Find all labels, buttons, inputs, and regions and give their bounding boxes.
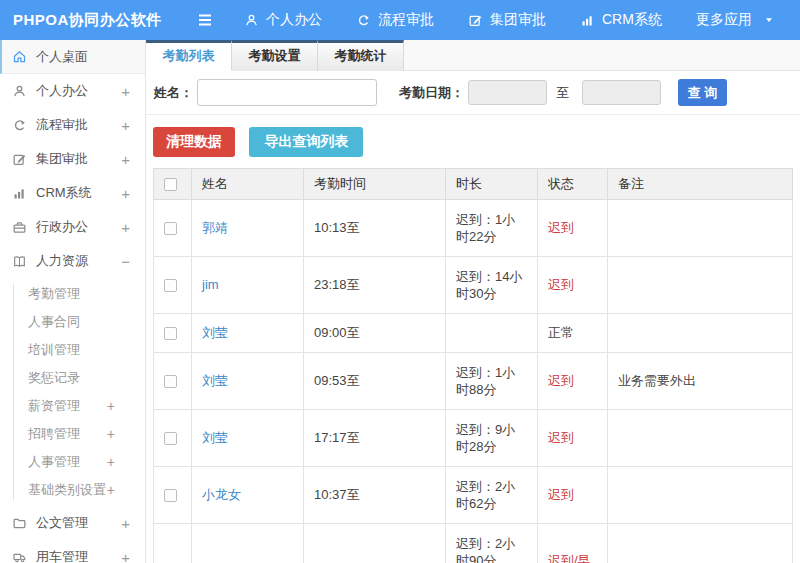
row-checkbox[interactable] bbox=[164, 489, 177, 502]
sidebar-item-group-approval[interactable]: 集团审批+ bbox=[0, 142, 145, 176]
nav-item-workflow-approval[interactable]: 流程审批 bbox=[356, 11, 434, 29]
sidebar-item-document-mgmt[interactable]: 公文管理+ bbox=[0, 506, 145, 540]
sidebar-subitem-label: 人事管理 bbox=[28, 453, 80, 471]
flow-icon bbox=[12, 118, 27, 133]
time-cell: 10:54至10:54 bbox=[304, 524, 446, 563]
panel-body: 清理数据 导出查询列表 姓名考勤时间时长状态备注 郭靖10:13至迟到：1小时2… bbox=[146, 115, 800, 563]
expand-toggle-icon[interactable]: + bbox=[107, 454, 115, 470]
column-header: 时长 bbox=[446, 169, 538, 200]
select-all-checkbox[interactable] bbox=[164, 178, 177, 191]
table-row: 小龙女10:37至迟到：2小时62分迟到 bbox=[154, 467, 793, 524]
sidebar-item-label: 流程审批 bbox=[36, 116, 88, 134]
clean-data-button[interactable]: 清理数据 bbox=[153, 127, 235, 157]
bar-chart-icon bbox=[12, 186, 27, 201]
date-to-input[interactable] bbox=[582, 80, 661, 105]
sidebar-subitem-hr-contract[interactable]: 人事合同 bbox=[0, 308, 145, 336]
query-button[interactable]: 查 询 bbox=[678, 79, 727, 106]
duration-cell: 迟到：9小时28分 bbox=[446, 410, 538, 467]
duration-cell: 迟到：2小时90分早退：7小时10分 bbox=[446, 524, 538, 563]
table-row: 刘莹17:17至迟到：9小时28分迟到 bbox=[154, 410, 793, 467]
nav-item-label: 更多应用 bbox=[696, 11, 752, 29]
sidebar-subitem-label: 基础类别设置 bbox=[28, 481, 106, 499]
time-cell: 17:17至 bbox=[304, 410, 446, 467]
sidebar-submenu-human-resources: 考勤管理人事合同培训管理奖惩记录薪资管理+招聘管理+人事管理+基础类别设置+ bbox=[0, 278, 145, 506]
name-cell: 郭靖 bbox=[192, 200, 304, 257]
row-checkbox[interactable] bbox=[164, 375, 177, 388]
checkbox-cell bbox=[154, 524, 192, 563]
tab-attendance-stats[interactable]: 考勤统计 bbox=[318, 40, 404, 71]
nav-item-group-approval[interactable]: 集团审批 bbox=[468, 11, 546, 29]
checkbox-cell bbox=[154, 257, 192, 314]
sidebar-subitem-label: 奖惩记录 bbox=[28, 369, 80, 387]
nav-item-personal-office[interactable]: 个人办公 bbox=[244, 11, 322, 29]
nav-item-crm-system[interactable]: CRM系统 bbox=[580, 11, 662, 29]
duration-line: 迟到：14小时30分 bbox=[456, 268, 527, 302]
row-checkbox[interactable] bbox=[164, 432, 177, 445]
nav-item-label: CRM系统 bbox=[602, 11, 662, 29]
sidebar-subitem-attendance-mgmt[interactable]: 考勤管理 bbox=[0, 280, 145, 308]
user-icon bbox=[12, 84, 27, 99]
duration-line: 迟到：1小时88分 bbox=[456, 364, 527, 398]
sidebar-item-crm-system[interactable]: CRM系统+ bbox=[0, 176, 145, 210]
expand-toggle-icon[interactable]: + bbox=[121, 151, 130, 168]
duration-line: 迟到：2小时90分 bbox=[456, 535, 527, 563]
expand-toggle-icon[interactable]: + bbox=[107, 426, 115, 442]
sidebar-item-label: 个人办公 bbox=[36, 82, 88, 100]
sidebar-subitem-label: 人事合同 bbox=[28, 313, 80, 331]
employee-name-link[interactable]: 刘莹 bbox=[202, 430, 228, 445]
note-cell bbox=[608, 410, 793, 467]
sidebar-item-label: 公文管理 bbox=[36, 514, 88, 532]
toolbar: 清理数据 导出查询列表 bbox=[153, 127, 793, 157]
sidebar-item-vehicle-mgmt[interactable]: 用车管理+ bbox=[0, 540, 145, 563]
column-header: 状态 bbox=[538, 169, 608, 200]
sidebar-subitem-personnel-mgmt[interactable]: 人事管理+ bbox=[0, 448, 145, 476]
hamburger-icon[interactable] bbox=[192, 7, 218, 33]
date-from-input[interactable] bbox=[468, 80, 547, 105]
sidebar-subitem-base-category[interactable]: 基础类别设置+ bbox=[0, 476, 145, 504]
expand-toggle-icon[interactable]: + bbox=[121, 117, 130, 134]
expand-toggle-icon[interactable]: + bbox=[121, 219, 130, 236]
expand-toggle-icon[interactable]: − bbox=[121, 253, 130, 270]
export-list-button[interactable]: 导出查询列表 bbox=[249, 127, 363, 157]
tab-attendance-list[interactable]: 考勤列表 bbox=[146, 40, 232, 71]
row-checkbox[interactable] bbox=[164, 279, 177, 292]
duration-line: 迟到：2小时62分 bbox=[456, 478, 527, 512]
caret-down-icon bbox=[763, 14, 775, 26]
sidebar-subitem-training-mgmt[interactable]: 培训管理 bbox=[0, 336, 145, 364]
employee-name-link[interactable]: 小龙女 bbox=[202, 487, 241, 502]
tab-attendance-setting[interactable]: 考勤设置 bbox=[232, 40, 318, 71]
sidebar-subitem-salary-mgmt[interactable]: 薪资管理+ bbox=[0, 392, 145, 420]
status-badge: 迟到 bbox=[548, 373, 574, 388]
expand-toggle-icon[interactable]: + bbox=[107, 398, 115, 414]
row-checkbox[interactable] bbox=[164, 327, 177, 340]
sidebar-subitem-recruit-mgmt[interactable]: 招聘管理+ bbox=[0, 420, 145, 448]
status-cell: 迟到 bbox=[538, 353, 608, 410]
sidebar-item-personal-desktop[interactable]: 个人桌面 bbox=[0, 40, 145, 74]
status-cell: 迟到 bbox=[538, 410, 608, 467]
row-checkbox[interactable] bbox=[164, 222, 177, 235]
employee-name-link[interactable]: 郭靖 bbox=[202, 220, 228, 235]
expand-toggle-icon[interactable]: + bbox=[121, 515, 130, 532]
employee-name-link[interactable]: 刘莹 bbox=[202, 325, 228, 340]
sidebar-item-workflow-approval[interactable]: 流程审批+ bbox=[0, 108, 145, 142]
expand-toggle-icon[interactable]: + bbox=[121, 185, 130, 202]
name-cell: 刘莹 bbox=[192, 353, 304, 410]
expand-toggle-icon[interactable]: + bbox=[107, 482, 115, 498]
name-input[interactable] bbox=[197, 79, 377, 106]
column-header: 备注 bbox=[608, 169, 793, 200]
expand-toggle-icon[interactable]: + bbox=[121, 83, 130, 100]
status-badge: 迟到 bbox=[548, 430, 574, 445]
sidebar-item-admin-office[interactable]: 行政办公+ bbox=[0, 210, 145, 244]
date-label: 考勤日期： bbox=[399, 84, 464, 102]
expand-toggle-icon[interactable]: + bbox=[121, 549, 130, 563]
name-cell: 管理员 bbox=[192, 524, 304, 563]
column-header: 考勤时间 bbox=[304, 169, 446, 200]
attendance-table-body: 郭靖10:13至迟到：1小时22分迟到jim23:18至迟到：14小时30分迟到… bbox=[154, 200, 793, 563]
sidebar-item-personal-office[interactable]: 个人办公+ bbox=[0, 74, 145, 108]
employee-name-link[interactable]: jim bbox=[202, 277, 219, 292]
sidebar-subitem-reward-punish[interactable]: 奖惩记录 bbox=[0, 364, 145, 392]
sidebar-item-human-resources[interactable]: 人力资源− bbox=[0, 244, 145, 278]
nav-item-more-apps[interactable]: 更多应用 bbox=[696, 11, 775, 29]
tab-bar: 考勤列表考勤设置考勤统计 bbox=[146, 40, 800, 71]
employee-name-link[interactable]: 刘莹 bbox=[202, 373, 228, 388]
